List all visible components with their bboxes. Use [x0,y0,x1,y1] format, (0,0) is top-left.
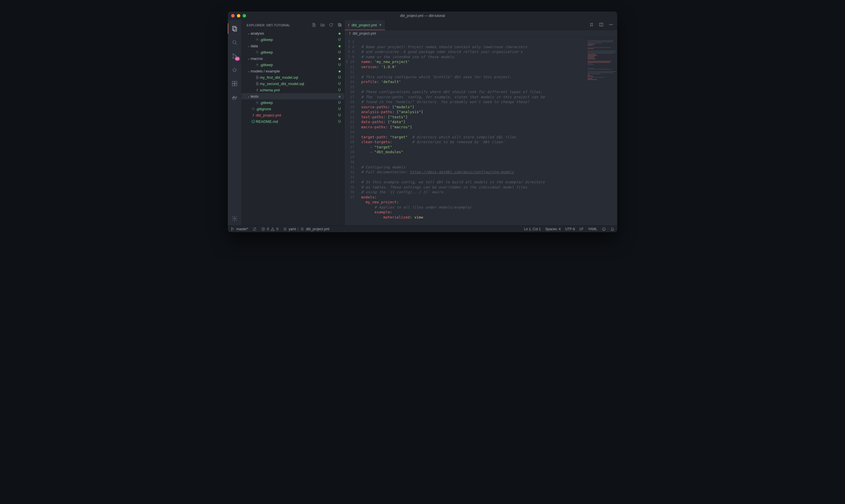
status-cursor[interactable]: Ln 1, Col 1 [524,227,541,231]
svg-point-52 [603,227,606,231]
tree-file[interactable]: !schema.ymlU [241,87,344,93]
tree-item-label: my_first_dbt_model.sql [260,75,338,79]
window-zoom-button[interactable] [242,14,246,17]
tree-file[interactable]: .gitkeepU [241,61,344,68]
file-type-icon: ! [255,88,260,92]
window-controls [228,14,246,17]
titlebar[interactable]: dbt_project.yml — dbt-tutorial [228,12,617,20]
compare-changes-icon[interactable] [589,22,594,28]
status-spaces[interactable]: Spaces: 4 [545,227,561,231]
activity-settings[interactable] [228,212,241,226]
status-feedback[interactable] [602,227,606,231]
activity-bar: 11 [228,20,241,226]
tree-file[interactable]: .gitkeepU [241,49,344,55]
code-editor[interactable]: 1 2 3 4 5 6 7 8 9 10 11 12 13 14 15 16 1… [345,37,586,226]
svg-point-2 [233,41,236,44]
status-eol[interactable]: LF [579,227,583,231]
git-status-letter: U [338,63,341,67]
git-status-letter: U [338,82,341,86]
tree-file[interactable]: .gitignoreU [241,106,344,112]
status-problems[interactable]: 0 0 [261,227,278,231]
tree-file[interactable]: my_first_dbt_model.sqlU [241,74,344,80]
status-file-context[interactable]: yaml | dbt_project.yml [283,227,329,231]
status-sync[interactable] [253,227,257,231]
svg-line-3 [235,43,237,44]
yaml-file-icon: ! [349,32,350,36]
tree-item-label: dbt_project.yml [256,113,338,118]
git-status-letter: U [338,101,341,105]
tree-item-label: macros [251,56,338,61]
svg-rect-11 [235,84,237,86]
tree-item-label: analysis [251,31,338,36]
warnings-count: 0 [276,227,278,231]
split-editor-icon[interactable] [599,22,604,28]
tree-file[interactable]: .gitkeepU [241,36,344,43]
tree-folder[interactable]: ⌄analysis [241,30,344,36]
refresh-icon[interactable] [329,23,334,28]
svg-point-40 [231,227,232,228]
code-content[interactable]: # Name your project! Project names shoul… [357,37,586,226]
git-status-dot [338,56,341,61]
git-status-dot [338,44,341,48]
file-type-icon: ! [251,113,256,118]
editor-area: ! dbt_project.yml × ! dbt_project.yml 1 … [345,20,617,226]
chevron-down-icon: ⌄ [247,70,251,73]
collapse-all-icon[interactable] [338,23,342,28]
file-type-icon [251,107,256,111]
status-lang-indicator: yaml [289,227,296,231]
tree-item-label: .gitkeep [260,63,338,67]
git-status-dot [338,69,341,73]
status-bar: master* 0 0 yaml | dbt_project.yml Ln 1,… [228,226,617,232]
tree-file[interactable]: .gitkeepU [241,100,344,106]
svg-point-41 [231,230,232,230]
activity-source-control[interactable]: 11 [228,49,241,63]
svg-point-19 [257,39,258,40]
tab-dbt-project[interactable]: ! dbt_project.yml × [345,20,385,30]
window-close-button[interactable] [231,14,235,17]
status-encoding[interactable]: UTF-8 [565,227,575,231]
tree-folder[interactable]: ⌄data [241,43,344,49]
svg-point-42 [233,229,234,229]
tree-item-label: schema.yml [260,88,338,92]
tree-item-label: my_second_dbt_model.sql [260,82,338,86]
activity-debug[interactable] [228,63,241,77]
git-status-letter: U [338,120,341,123]
window-minimize-button[interactable] [237,14,240,17]
more-actions-icon[interactable] [609,22,613,28]
file-type-icon [255,63,260,67]
activity-explorer[interactable] [228,22,241,36]
git-status-letter: U [338,113,341,117]
tree-folder[interactable]: ⌄models / example [241,68,344,74]
svg-point-16 [234,218,235,219]
activity-docker[interactable] [228,90,241,104]
new-folder-icon[interactable] [320,23,325,28]
activity-extensions[interactable] [228,77,241,90]
tree-item-label: .gitkeep [260,37,338,42]
tree-file[interactable]: README.mdU [241,118,344,125]
git-status-letter: U [338,37,341,41]
svg-rect-9 [235,81,237,83]
chevron-down-icon: ⌄ [247,32,251,35]
breadcrumb-file: dbt_project.yml [353,32,376,36]
breadcrumb[interactable]: ! dbt_project.yml [345,30,617,37]
svg-point-34 [592,23,593,24]
status-notifications[interactable] [610,227,614,231]
status-branch[interactable]: master* [231,227,248,231]
tree-folder[interactable]: ⌄tests [241,93,344,100]
tab-close-icon[interactable]: × [379,23,381,27]
branch-label: master* [236,227,248,231]
svg-point-54 [604,229,605,229]
status-language[interactable]: YAML [588,227,597,231]
tree-file[interactable]: !dbt_project.ymlU [241,112,344,118]
file-tree[interactable]: ⌄analysis.gitkeepU⌄data.gitkeepU⌄macros.… [241,30,344,226]
tree-folder[interactable]: ⌄macros [241,55,344,61]
chevron-down-icon: ⌄ [247,57,251,60]
new-file-icon[interactable] [312,23,316,28]
tree-file[interactable]: my_second_dbt_model.sqlU [241,80,344,87]
git-status-dot [338,31,341,36]
scm-badge: 11 [235,57,239,61]
svg-point-4 [233,54,234,55]
minimap[interactable] [586,37,617,226]
activity-search[interactable] [228,36,241,49]
svg-point-29 [253,108,254,109]
